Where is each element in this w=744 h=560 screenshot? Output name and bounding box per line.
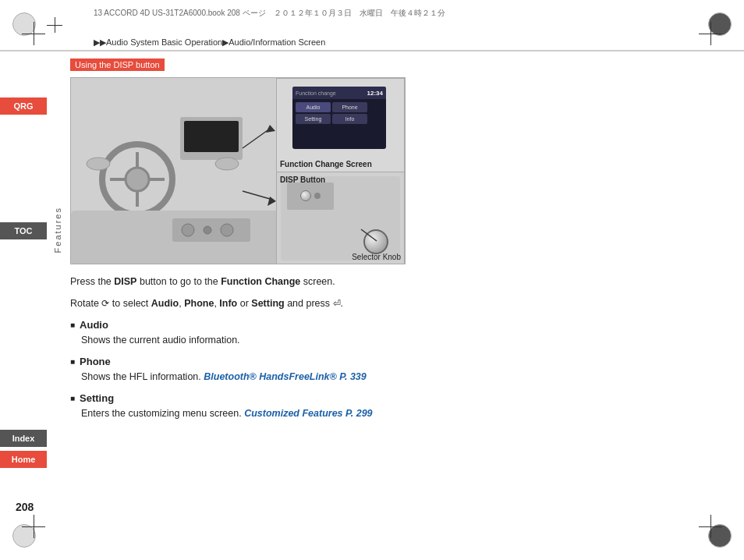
tab-toc[interactable]: TOC bbox=[0, 222, 47, 239]
svg-point-13 bbox=[182, 224, 194, 236]
disp-label: DISP Button bbox=[280, 175, 325, 184]
fc-btn-info: Info bbox=[332, 114, 367, 124]
body-text-1: Press the DISP button to go to the Funct… bbox=[70, 274, 709, 289]
svg-rect-9 bbox=[184, 121, 239, 152]
rotate-icon: ⟳ bbox=[101, 296, 109, 311]
fc-screen-time: 12:34 bbox=[367, 90, 383, 97]
fc-label: Function Change Screen bbox=[280, 160, 372, 168]
fc-screen: Function change 12:34 Audio Phone Settin… bbox=[292, 87, 386, 149]
press-icon: ⏎ bbox=[333, 296, 341, 311]
disp-panel: DISP Button Selector Knob bbox=[276, 172, 405, 265]
fc-btn-setting: Setting bbox=[296, 114, 331, 124]
fc-screen-header-text: Function change bbox=[296, 90, 336, 96]
tab-index[interactable]: Index bbox=[0, 430, 47, 447]
svg-point-10 bbox=[87, 158, 110, 170]
svg-point-14 bbox=[204, 226, 211, 234]
breadcrumb: ▶▶Audio System Basic Operation▶Audio/Inf… bbox=[94, 37, 325, 48]
hfl-link[interactable]: Bluetooth® HandsFreeLink® P. 339 bbox=[204, 371, 367, 382]
customized-features-link[interactable]: Customized Features P. 299 bbox=[244, 408, 372, 419]
svg-point-2 bbox=[126, 168, 149, 191]
section-body-phone: Shows the HFL information. Bluetooth® Ha… bbox=[70, 370, 709, 385]
screen-panels: Function change 12:34 Audio Phone Settin… bbox=[276, 78, 405, 264]
tab-qrg[interactable]: QRG bbox=[0, 97, 47, 115]
body-text-2: Rotate ⟳ to select Audio, Phone, Info or… bbox=[70, 296, 709, 311]
svg-point-15 bbox=[221, 224, 233, 236]
diagram-image: Function change 12:34 Audio Phone Settin… bbox=[70, 77, 406, 264]
header-crosshair bbox=[47, 17, 62, 33]
top-header: 13 ACCORD 4D US-31T2A6000.book 208 ページ ２… bbox=[0, 0, 744, 51]
selector-label: Selector Knob bbox=[352, 253, 401, 261]
car-illustration bbox=[71, 78, 282, 264]
fc-screen-header: Function change 12:34 bbox=[292, 87, 386, 99]
section-body-audio: Shows the current audio information. bbox=[70, 333, 709, 348]
svg-point-11 bbox=[215, 158, 239, 170]
function-change-panel: Function change 12:34 Audio Phone Settin… bbox=[276, 78, 405, 172]
section-body-setting: Enters the customizing menu screen. Cust… bbox=[70, 406, 709, 421]
fc-btn-phone: Phone bbox=[332, 102, 367, 112]
section-heading-audio: Audio bbox=[70, 319, 709, 331]
section-label: Using the DISP button bbox=[70, 58, 165, 71]
section-heading-setting: Setting bbox=[70, 392, 709, 404]
sidebar: QRG TOC Features Index Home 208 bbox=[0, 51, 58, 560]
svg-line-20 bbox=[361, 229, 377, 241]
page-number: 208 bbox=[16, 501, 34, 513]
fc-btn-audio: Audio bbox=[296, 102, 331, 112]
main-content: Using the DISP button bbox=[58, 51, 721, 560]
filename-text: 13 ACCORD 4D US-31T2A6000.book 208 ページ ２… bbox=[94, 8, 445, 19]
section-heading-phone: Phone bbox=[70, 356, 709, 367]
fc-screen-buttons: Audio Phone Setting Info bbox=[292, 99, 386, 127]
tab-home[interactable]: Home bbox=[0, 451, 47, 468]
